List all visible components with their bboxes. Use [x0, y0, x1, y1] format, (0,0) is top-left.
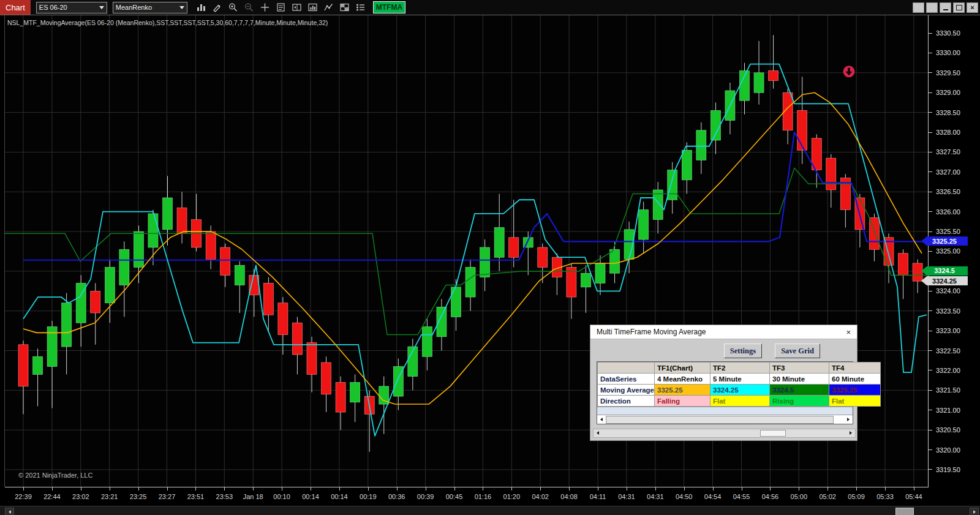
settings-button[interactable]: Settings [724, 344, 762, 358]
price-tick [929, 152, 932, 152]
time-tick [799, 487, 799, 491]
price-axis-label: 3330.50 [936, 29, 960, 37]
panel-scroll-left-icon[interactable] [594, 430, 601, 436]
price-tick [929, 469, 932, 470]
time-tick [167, 487, 168, 491]
scrollbar-thumb[interactable] [895, 508, 914, 515]
candle [364, 390, 374, 451]
price-tag: 3325.25 [921, 236, 968, 246]
time-tick [856, 487, 857, 491]
mtf-table-scrollbar[interactable] [597, 415, 853, 424]
mtfma-button[interactable]: MTFMA [373, 1, 405, 13]
series-type-dropdown[interactable]: MeanRenko [113, 2, 187, 13]
toolbar-blank-button-1[interactable] [913, 2, 924, 13]
time-tick [368, 487, 369, 491]
panel-close-icon[interactable]: × [846, 328, 851, 336]
candle-body [177, 208, 187, 233]
minimize-button[interactable] [940, 2, 951, 13]
candle [653, 182, 663, 233]
table-cell: 30 Minute [770, 374, 829, 385]
time-tick [914, 487, 914, 491]
horizontal-scrollbar[interactable] [0, 506, 980, 515]
time-axis-label: 00:14 [331, 493, 348, 500]
candle [408, 339, 418, 390]
table-cell: 3325.25 [829, 385, 881, 396]
candle-body [769, 71, 778, 81]
panel-scrollbar-thumb[interactable] [760, 430, 786, 437]
properties-icon[interactable] [354, 2, 367, 13]
instrument-dropdown[interactable]: ES 06-20 [36, 2, 107, 13]
candle [466, 259, 475, 310]
candle [206, 225, 216, 269]
toolbar-blank-button-2[interactable] [926, 2, 938, 13]
zoom-out-icon[interactable] [243, 2, 255, 13]
time-axis-label: 04:08 [560, 493, 578, 500]
save-grid-button[interactable]: Save Grid [775, 344, 820, 358]
chart-tab[interactable]: Chart [0, 0, 31, 15]
candle-body [509, 238, 519, 257]
table-cell: Flat [710, 396, 770, 407]
candle [581, 265, 590, 313]
scroll-left-button[interactable] [5, 508, 14, 515]
candle [91, 283, 100, 344]
time-axis[interactable]: 22:3922:4423:0223:2123:2523:2723:5123:53… [0, 487, 980, 505]
candle-body [322, 363, 331, 394]
panel-scroll-right-icon[interactable] [847, 430, 854, 436]
price-tag: 3324.5 [921, 266, 968, 276]
time-axis-label: 04:54 [704, 493, 722, 500]
panel-scrollbar[interactable] [593, 429, 856, 438]
candle [523, 231, 533, 275]
restore-button[interactable] [953, 2, 965, 13]
candle [913, 259, 922, 293]
line-study-icon[interactable] [322, 2, 335, 13]
time-tick [684, 487, 685, 491]
crosshair-icon[interactable] [258, 2, 271, 13]
price-axis-label: 3329.50 [936, 69, 960, 77]
price-tick [929, 310, 932, 311]
price-axis-label: 3327.50 [936, 148, 960, 156]
time-tick [713, 487, 714, 491]
scroll-right-button[interactable] [970, 508, 979, 515]
panel-split-icon[interactable] [290, 2, 303, 13]
price-axis-label: 3326.00 [936, 208, 960, 216]
candle [177, 192, 187, 243]
mtf-table-empty-row [597, 407, 853, 415]
price-tick [929, 291, 932, 291]
time-axis-label: 23:27 [159, 493, 176, 500]
grid-icon[interactable] [338, 2, 351, 13]
scroll-right-icon [973, 510, 976, 514]
price-axis[interactable]: 3330.503330.003329.503329.003328.503328.… [929, 15, 980, 487]
candle-body [350, 382, 360, 402]
chart-type-icon[interactable] [195, 2, 208, 13]
down-signal-icon [843, 66, 855, 77]
toolbar: Chart ES 06-20 MeanRenko MTFMA [0, 0, 980, 15]
table-scroll-right-icon[interactable] [845, 416, 852, 423]
candle-body [307, 343, 317, 375]
candle-body [134, 231, 143, 267]
candle-body [163, 198, 173, 230]
price-axis-label: 3328.00 [936, 129, 960, 136]
table-scrollbar-thumb[interactable] [606, 416, 834, 424]
candle [105, 259, 115, 323]
candle [18, 340, 28, 414]
price-tick [929, 211, 932, 212]
table-scroll-left-icon[interactable] [598, 416, 605, 423]
table-row: Moving Average3325.253324.253324.53325.2… [598, 385, 881, 396]
zoom-in-icon[interactable] [227, 2, 239, 13]
chart-window-icon[interactable] [306, 2, 319, 13]
table-cell: 3324.5 [770, 385, 829, 396]
time-axis-label: Jan 18 [243, 493, 263, 500]
close-button[interactable]: × [967, 2, 978, 13]
data-box-icon[interactable] [274, 2, 287, 13]
time-axis-label: 00:45 [446, 493, 463, 500]
candle-body [33, 356, 43, 374]
panel-titlebar[interactable]: Multi TimeFrame Moving Average × [590, 325, 857, 339]
candle [682, 142, 692, 194]
time-axis-label: 00:36 [388, 493, 405, 500]
candle [422, 319, 432, 370]
time-tick [339, 487, 340, 491]
candle-body [62, 303, 72, 347]
candle-body [567, 267, 576, 297]
drawing-tools-icon[interactable] [211, 2, 224, 13]
minimize-icon [943, 9, 948, 10]
